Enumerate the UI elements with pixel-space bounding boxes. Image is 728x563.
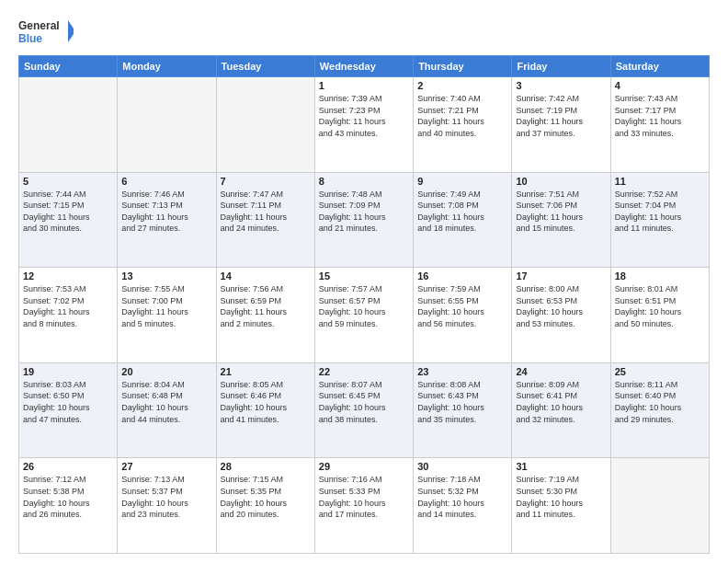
calendar-cell: 18Sunrise: 8:01 AM Sunset: 6:51 PM Dayli… [610, 268, 709, 363]
calendar-cell [216, 77, 314, 173]
logo: General Blue [18, 15, 74, 48]
day-info: Sunrise: 7:16 AM Sunset: 5:33 PM Dayligh… [319, 474, 409, 520]
calendar-cell: 11Sunrise: 7:52 AM Sunset: 7:04 PM Dayli… [610, 172, 709, 268]
day-info: Sunrise: 7:49 AM Sunset: 7:08 PM Dayligh… [417, 189, 507, 235]
day-number: 25 [615, 366, 705, 377]
calendar-cell [19, 77, 118, 173]
day-info: Sunrise: 7:12 AM Sunset: 5:38 PM Dayligh… [23, 474, 113, 520]
day-info: Sunrise: 8:11 AM Sunset: 6:40 PM Dayligh… [615, 379, 705, 425]
logo-svg: General Blue [18, 15, 74, 48]
calendar-cell: 27Sunrise: 7:13 AM Sunset: 5:37 PM Dayli… [118, 458, 216, 554]
day-number: 4 [615, 80, 705, 91]
day-info: Sunrise: 7:47 AM Sunset: 7:11 PM Dayligh… [221, 189, 311, 235]
day-number: 11 [615, 176, 705, 187]
day-info: Sunrise: 7:52 AM Sunset: 7:04 PM Dayligh… [615, 189, 705, 235]
day-number: 9 [417, 176, 507, 187]
calendar-cell: 15Sunrise: 7:57 AM Sunset: 6:57 PM Dayli… [314, 268, 413, 363]
day-number: 21 [221, 366, 311, 377]
svg-text:General: General [18, 19, 60, 32]
calendar-cell: 22Sunrise: 8:07 AM Sunset: 6:45 PM Dayli… [314, 362, 413, 458]
day-info: Sunrise: 8:03 AM Sunset: 6:50 PM Dayligh… [23, 379, 113, 425]
calendar-cell: 23Sunrise: 8:08 AM Sunset: 6:43 PM Dayli… [414, 362, 512, 458]
day-info: Sunrise: 7:44 AM Sunset: 7:15 PM Dayligh… [23, 189, 113, 235]
day-info: Sunrise: 8:00 AM Sunset: 6:53 PM Dayligh… [516, 283, 606, 329]
day-number: 28 [221, 461, 311, 472]
header: General Blue [18, 15, 710, 48]
svg-text:Blue: Blue [18, 32, 42, 45]
calendar-cell: 2Sunrise: 7:40 AM Sunset: 7:21 PM Daylig… [414, 77, 512, 173]
day-number: 12 [23, 270, 113, 282]
day-info: Sunrise: 7:39 AM Sunset: 7:23 PM Dayligh… [319, 93, 409, 139]
calendar-cell: 9Sunrise: 7:49 AM Sunset: 7:08 PM Daylig… [414, 172, 512, 268]
day-info: Sunrise: 7:59 AM Sunset: 6:55 PM Dayligh… [417, 283, 507, 329]
calendar-cell: 8Sunrise: 7:48 AM Sunset: 7:09 PM Daylig… [314, 172, 413, 268]
day-info: Sunrise: 7:56 AM Sunset: 6:59 PM Dayligh… [221, 283, 311, 329]
calendar-cell: 6Sunrise: 7:46 AM Sunset: 7:13 PM Daylig… [118, 172, 216, 268]
day-info: Sunrise: 8:08 AM Sunset: 6:43 PM Dayligh… [417, 379, 507, 425]
day-info: Sunrise: 7:15 AM Sunset: 5:35 PM Dayligh… [221, 474, 311, 520]
weekday-header-wednesday: Wednesday [314, 56, 413, 77]
day-info: Sunrise: 8:09 AM Sunset: 6:41 PM Dayligh… [516, 379, 606, 425]
calendar-cell: 21Sunrise: 8:05 AM Sunset: 6:46 PM Dayli… [216, 362, 314, 458]
day-info: Sunrise: 8:04 AM Sunset: 6:48 PM Dayligh… [121, 379, 211, 425]
week-row-5: 26Sunrise: 7:12 AM Sunset: 5:38 PM Dayli… [19, 458, 710, 554]
calendar-cell: 14Sunrise: 7:56 AM Sunset: 6:59 PM Dayli… [216, 268, 314, 363]
day-info: Sunrise: 7:19 AM Sunset: 5:30 PM Dayligh… [516, 474, 606, 520]
day-number: 8 [319, 176, 409, 187]
day-number: 5 [23, 176, 113, 187]
day-number: 15 [319, 270, 409, 282]
day-info: Sunrise: 7:51 AM Sunset: 7:06 PM Dayligh… [516, 189, 606, 235]
day-info: Sunrise: 7:48 AM Sunset: 7:09 PM Dayligh… [319, 189, 409, 235]
page: General Blue SundayMondayTuesdayWednesda… [0, 0, 728, 563]
day-info: Sunrise: 7:57 AM Sunset: 6:57 PM Dayligh… [319, 283, 409, 329]
weekday-header-row: SundayMondayTuesdayWednesdayThursdayFrid… [19, 56, 710, 77]
day-info: Sunrise: 7:13 AM Sunset: 5:37 PM Dayligh… [121, 474, 211, 520]
day-number: 19 [23, 366, 113, 377]
calendar-cell: 30Sunrise: 7:18 AM Sunset: 5:32 PM Dayli… [414, 458, 512, 554]
weekday-header-monday: Monday [118, 56, 216, 77]
calendar-cell: 31Sunrise: 7:19 AM Sunset: 5:30 PM Dayli… [512, 458, 610, 554]
day-number: 17 [516, 270, 606, 282]
calendar-table: SundayMondayTuesdayWednesdayThursdayFrid… [18, 55, 710, 554]
calendar-cell: 5Sunrise: 7:44 AM Sunset: 7:15 PM Daylig… [19, 172, 118, 268]
day-info: Sunrise: 8:05 AM Sunset: 6:46 PM Dayligh… [221, 379, 311, 425]
day-info: Sunrise: 7:46 AM Sunset: 7:13 PM Dayligh… [121, 189, 211, 235]
day-number: 29 [319, 461, 409, 472]
day-number: 23 [417, 366, 507, 377]
calendar-cell: 10Sunrise: 7:51 AM Sunset: 7:06 PM Dayli… [512, 172, 610, 268]
day-info: Sunrise: 7:43 AM Sunset: 7:17 PM Dayligh… [615, 93, 705, 139]
week-row-2: 5Sunrise: 7:44 AM Sunset: 7:15 PM Daylig… [19, 172, 710, 268]
day-info: Sunrise: 7:42 AM Sunset: 7:19 PM Dayligh… [516, 93, 606, 139]
day-number: 2 [417, 80, 507, 91]
calendar-cell: 25Sunrise: 8:11 AM Sunset: 6:40 PM Dayli… [610, 362, 709, 458]
day-number: 27 [121, 461, 211, 472]
day-number: 14 [221, 270, 311, 282]
day-number: 26 [23, 461, 113, 472]
weekday-header-thursday: Thursday [414, 56, 512, 77]
calendar-cell [118, 77, 216, 173]
week-row-4: 19Sunrise: 8:03 AM Sunset: 6:50 PM Dayli… [19, 362, 710, 458]
day-number: 13 [121, 270, 211, 282]
day-number: 20 [121, 366, 211, 377]
weekday-header-sunday: Sunday [19, 56, 118, 77]
day-number: 22 [319, 366, 409, 377]
calendar-cell: 19Sunrise: 8:03 AM Sunset: 6:50 PM Dayli… [19, 362, 118, 458]
day-number: 7 [221, 176, 311, 187]
calendar-cell: 20Sunrise: 8:04 AM Sunset: 6:48 PM Dayli… [118, 362, 216, 458]
calendar-cell: 1Sunrise: 7:39 AM Sunset: 7:23 PM Daylig… [314, 77, 413, 173]
day-info: Sunrise: 7:18 AM Sunset: 5:32 PM Dayligh… [417, 474, 507, 520]
day-info: Sunrise: 7:53 AM Sunset: 7:02 PM Dayligh… [23, 283, 113, 329]
day-number: 6 [121, 176, 211, 187]
svg-marker-2 [68, 20, 74, 42]
day-number: 3 [516, 80, 606, 91]
calendar-cell: 7Sunrise: 7:47 AM Sunset: 7:11 PM Daylig… [216, 172, 314, 268]
calendar-cell: 16Sunrise: 7:59 AM Sunset: 6:55 PM Dayli… [414, 268, 512, 363]
calendar-cell: 29Sunrise: 7:16 AM Sunset: 5:33 PM Dayli… [314, 458, 413, 554]
calendar-cell: 28Sunrise: 7:15 AM Sunset: 5:35 PM Dayli… [216, 458, 314, 554]
calendar-cell: 13Sunrise: 7:55 AM Sunset: 7:00 PM Dayli… [118, 268, 216, 363]
week-row-1: 1Sunrise: 7:39 AM Sunset: 7:23 PM Daylig… [19, 77, 710, 173]
weekday-header-tuesday: Tuesday [216, 56, 314, 77]
day-number: 31 [516, 461, 606, 472]
day-number: 1 [319, 80, 409, 91]
day-info: Sunrise: 7:55 AM Sunset: 7:00 PM Dayligh… [121, 283, 211, 329]
